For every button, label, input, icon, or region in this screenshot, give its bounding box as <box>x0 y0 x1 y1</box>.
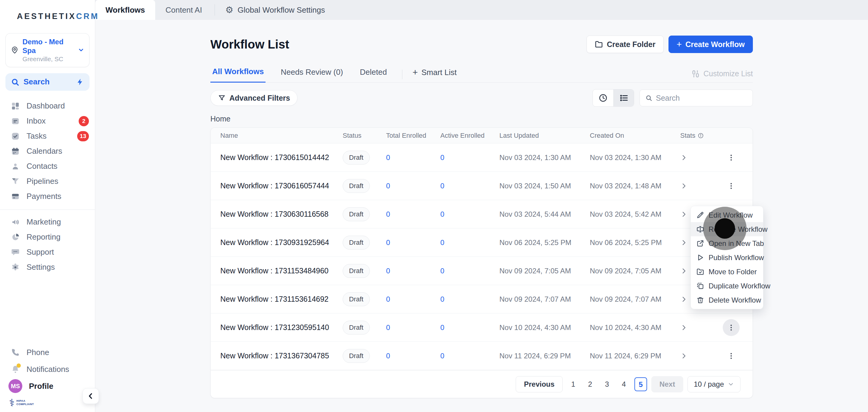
active-enrolled-link[interactable]: 0 <box>440 323 499 332</box>
active-enrolled-link[interactable]: 0 <box>440 267 499 275</box>
table-row[interactable]: New Workflow : 1730630116568 Draft 0 0 N… <box>211 200 752 228</box>
sidebar-item-marketing[interactable]: Marketing <box>0 215 95 230</box>
active-enrolled-link[interactable]: 0 <box>440 210 499 219</box>
add-smart-list-button[interactable]: + Smart List <box>412 67 457 82</box>
last-updated: Nov 09 2024, 7:05 AM <box>499 267 590 275</box>
table-row[interactable]: New Workflow : 1731153484960 Draft 0 0 N… <box>211 257 752 285</box>
page-number[interactable]: 1 <box>567 380 580 388</box>
global-workflow-settings-button[interactable]: ⚙ Global Workflow Settings <box>217 0 333 20</box>
hipaa-compliant-logo: ⚕ HIPAACOMPLIANT <box>9 398 95 408</box>
next-page-button[interactable]: Next <box>651 376 683 392</box>
stats-expand-button[interactable] <box>680 182 709 190</box>
active-enrolled-link[interactable]: 0 <box>440 352 499 360</box>
workflow-name[interactable]: New Workflow : 1730630116568 <box>220 210 343 219</box>
last-updated: Nov 03 2024, 1:30 AM <box>499 153 590 162</box>
workflow-name[interactable]: New Workflow : 1731230595140 <box>220 323 343 332</box>
row-actions-menu-button[interactable] <box>723 149 740 166</box>
sidebar-collapse-button[interactable] <box>83 388 99 404</box>
row-actions-menu-button[interactable] <box>723 319 740 336</box>
stats-expand-button[interactable] <box>680 352 709 359</box>
sidebar-item-notifications[interactable]: Notifications <box>0 361 95 378</box>
active-enrolled-link[interactable]: 0 <box>440 295 499 304</box>
sidebar-item-inbox[interactable]: Inbox 2 <box>0 114 95 129</box>
active-enrolled-link[interactable]: 0 <box>440 239 499 247</box>
last-updated: Nov 03 2024, 5:44 AM <box>499 210 590 219</box>
create-folder-button[interactable]: Create Folder <box>587 36 663 53</box>
folder-check-icon <box>696 267 704 276</box>
advanced-filters-button[interactable]: Advanced Filters <box>210 90 298 106</box>
tab-needs-review[interactable]: Needs Review (0) <box>279 67 345 82</box>
history-view-button[interactable] <box>593 90 613 106</box>
column-active-enrolled: Active Enrolled <box>440 132 499 139</box>
breadcrumb[interactable]: Home <box>210 115 753 123</box>
pipeline-funnel-icon <box>11 177 20 186</box>
total-enrolled-link[interactable]: 0 <box>386 352 440 360</box>
tab-content-ai[interactable]: Content AI <box>155 0 212 20</box>
stats-expand-button[interactable] <box>680 324 709 331</box>
sidebar-item-payments[interactable]: Payments <box>0 189 95 204</box>
workflow-name[interactable]: New Workflow : 1731153484960 <box>220 266 343 275</box>
workflow-name[interactable]: New Workflow : 1731153614692 <box>220 295 343 304</box>
stats-expand-button[interactable] <box>680 154 709 161</box>
location-selector[interactable]: Demo - Med Spa Greenville, SC <box>5 33 90 67</box>
tab-deleted[interactable]: Deleted <box>358 67 389 82</box>
profile-label: Profile <box>29 382 53 391</box>
row-actions-menu-button[interactable] <box>723 348 740 365</box>
workflow-name[interactable]: New Workflow : 1731367304785 <box>220 351 343 360</box>
workflow-name[interactable]: New Workflow : 1730615014442 <box>220 153 343 162</box>
page-number[interactable]: 3 <box>601 380 613 388</box>
row-actions-menu-button[interactable] <box>723 178 740 194</box>
table-row[interactable]: New Workflow : 1731367304785 Draft 0 0 N… <box>211 342 752 370</box>
sidebar-item-phone[interactable]: Phone <box>0 344 95 361</box>
menu-item-edit-workflow[interactable]: Edit Workflow <box>691 208 763 222</box>
sidebar-item-pipelines[interactable]: Pipelines <box>0 174 95 189</box>
sidebar-item-contacts[interactable]: Contacts <box>0 159 95 174</box>
total-enrolled-link[interactable]: 0 <box>386 323 440 332</box>
tab-all-workflows[interactable]: All Workflows <box>210 67 266 83</box>
sidebar-item-profile[interactable]: MS Profile <box>0 378 95 394</box>
sidebar-search[interactable]: Search <box>5 73 90 91</box>
menu-item-duplicate-workflow[interactable]: Duplicate Workflow <box>691 279 763 293</box>
sidebar-item-settings[interactable]: Settings <box>0 260 95 275</box>
total-enrolled-link[interactable]: 0 <box>386 182 440 190</box>
sidebar-item-dashboard[interactable]: Dashboard <box>0 99 95 114</box>
menu-item-move-to-folder[interactable]: Move to Folder <box>691 265 763 279</box>
workflow-name[interactable]: New Workflow : 1730616057444 <box>220 182 343 190</box>
create-workflow-button[interactable]: + Create Workflow <box>669 36 753 53</box>
active-enrolled-link[interactable]: 0 <box>440 153 499 162</box>
current-page[interactable]: 5 <box>634 377 647 391</box>
table-row[interactable]: New Workflow : 1731153614692 Draft 0 0 N… <box>211 285 752 313</box>
table-row[interactable]: New Workflow : 1730616057444 Draft 0 0 N… <box>211 172 752 200</box>
tab-workflows[interactable]: Workflows <box>95 0 155 20</box>
page-number[interactable]: 4 <box>618 380 630 388</box>
active-enrolled-link[interactable]: 0 <box>440 182 499 190</box>
person-icon <box>11 162 20 171</box>
page-number[interactable]: 2 <box>584 380 596 388</box>
total-enrolled-link[interactable]: 0 <box>386 295 440 304</box>
sidebar-item-support[interactable]: Support <box>0 245 95 260</box>
total-enrolled-link[interactable]: 0 <box>386 239 440 247</box>
menu-item-open-new-tab[interactable]: Open in New Tab <box>691 236 763 250</box>
total-enrolled-link[interactable]: 0 <box>386 267 440 275</box>
customize-list-button[interactable]: Customize List <box>691 69 753 78</box>
search-input[interactable] <box>656 94 747 102</box>
sidebar-item-tasks[interactable]: Tasks 13 <box>0 129 95 144</box>
chevron-right-icon <box>680 324 687 331</box>
info-icon <box>698 133 704 139</box>
menu-item-rename-workflow[interactable]: Rename Workflow <box>691 222 763 236</box>
menu-item-delete-workflow[interactable]: Delete Workflow <box>691 293 763 307</box>
calendar-icon <box>11 147 20 156</box>
table-row[interactable]: New Workflow : 1730931925964 Draft 0 0 N… <box>211 228 752 257</box>
credit-card-icon <box>11 192 20 201</box>
workflow-name[interactable]: New Workflow : 1730931925964 <box>220 238 343 247</box>
sidebar-item-reporting[interactable]: Reporting <box>0 230 95 245</box>
previous-page-button[interactable]: Previous <box>516 376 562 392</box>
total-enrolled-link[interactable]: 0 <box>386 210 440 219</box>
list-view-button[interactable] <box>613 90 634 106</box>
menu-item-publish-workflow[interactable]: Publish Workflow <box>691 250 763 265</box>
table-row[interactable]: New Workflow : 1730615014442 Draft 0 0 N… <box>211 144 752 172</box>
page-size-select[interactable]: 10 / page <box>687 376 741 392</box>
sidebar-item-calendars[interactable]: Calendars <box>0 144 95 159</box>
total-enrolled-link[interactable]: 0 <box>386 153 440 162</box>
table-row[interactable]: New Workflow : 1731230595140 Draft 0 0 N… <box>211 313 752 342</box>
